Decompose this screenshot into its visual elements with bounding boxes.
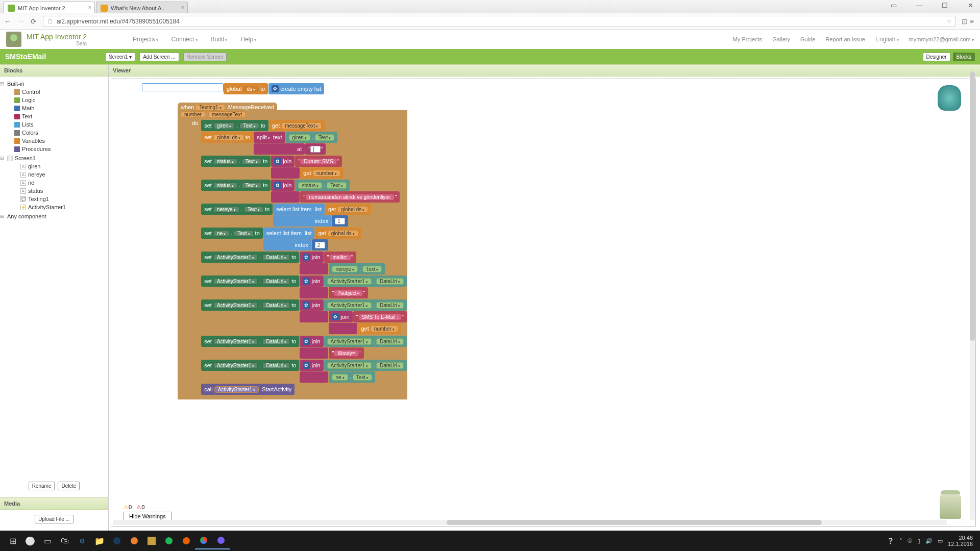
browser-tab-strip: MIT App Inventor 2 × What's New About A.… <box>0 0 980 13</box>
taskbar: ⊞ ⚪ ▭ 🛍 e 📁 ❔ ˄ ⓧ ▯ 🔊 ▭ 20:4612.1.2016 <box>0 531 980 551</box>
upload-button[interactable]: Upload File ... <box>35 515 74 523</box>
firefox-icon[interactable] <box>178 532 195 549</box>
window-controls: ▭ — ☐ ✕ <box>886 2 978 9</box>
app-header: MIT App Inventor 2 Beta Projects Connect… <box>0 30 980 49</box>
link-report[interactable]: Report an Issue <box>825 36 865 42</box>
menu-account[interactable]: mymmym22@gmail.com <box>909 36 974 42</box>
horizontal-scrollbar[interactable] <box>113 520 947 525</box>
block-event-wrap[interactable]: when Texting1 .MessageReceived number me… <box>178 99 407 399</box>
translate-icon[interactable]: ⊡ <box>962 17 968 26</box>
block-set-giren[interactable]: set giren . Text to get messageText <box>201 120 407 131</box>
side-panel: Blocks ⊟Built-in ControlLogicMathTextLis… <box>0 64 109 531</box>
add-screen-button[interactable]: Add Screen ... <box>139 53 179 61</box>
link-gallery[interactable]: Gallery <box>772 36 790 42</box>
block-set-datauri-5[interactable]: set ActivityStarter1 . DataUri to ✿join … <box>201 360 407 383</box>
tree-item-giren[interactable]: Agiren <box>5 162 103 170</box>
tree-item-variables[interactable]: Variables <box>5 137 103 145</box>
tree-item-logic[interactable]: Logic <box>5 96 103 104</box>
block-set-nereye[interactable]: set nereye . Text to select list item li… <box>201 204 407 227</box>
block-set-datauri-2[interactable]: set ActivityStarter1 . DataUri to ✿join … <box>201 276 407 299</box>
tree-item-colors[interactable]: Colors <box>5 129 103 137</box>
maximize-icon[interactable]: ☐ <box>937 2 952 9</box>
tree-item-text[interactable]: Text <box>5 112 103 120</box>
viber-icon[interactable] <box>212 532 230 549</box>
tree-item-status[interactable]: Astatus <box>5 187 103 195</box>
tray-lang-icon[interactable]: ⓧ <box>908 538 912 544</box>
tree-item-control[interactable]: Control <box>5 88 103 96</box>
viewer-panel: Viewer global ds to ✿create empty list w… <box>109 64 980 531</box>
menu-icon[interactable]: ≡ <box>970 17 974 26</box>
search-icon[interactable]: ⚪ <box>21 532 39 549</box>
block-set-status-2[interactable]: set status . Text to ✿join status . Text… <box>201 180 407 203</box>
start-icon[interactable]: ⊞ <box>4 532 21 549</box>
reload-icon[interactable]: ⟳ <box>31 17 37 26</box>
chrome-icon[interactable] <box>195 532 212 549</box>
tray-chevron-icon[interactable]: ˄ <box>899 538 902 544</box>
bookmark-icon[interactable]: ☆ <box>946 18 952 25</box>
tree-item-lists[interactable]: Lists <box>5 120 103 129</box>
app-icon-2[interactable] <box>143 532 160 549</box>
minimize-icon[interactable]: — <box>912 2 927 9</box>
designer-button[interactable]: Designer <box>923 53 950 61</box>
back-icon[interactable]: ← <box>4 17 11 26</box>
do-label: do <box>189 120 201 395</box>
close-icon[interactable]: × <box>88 4 91 10</box>
steam-icon[interactable] <box>108 532 126 549</box>
url-text: ai2.appinventor.mit.edu/#475389055100518… <box>57 18 180 25</box>
explorer-icon[interactable]: 📁 <box>91 532 108 549</box>
tree-item-ne[interactable]: Ane <box>5 179 103 187</box>
tree-screen[interactable]: ⊟Screen1 <box>5 154 103 162</box>
edge-icon[interactable]: e <box>74 532 91 549</box>
tray-notify-icon[interactable]: ▭ <box>938 538 943 544</box>
tree-item-math[interactable]: Math <box>5 104 103 112</box>
spotify-icon[interactable] <box>160 532 178 549</box>
link-guide[interactable]: Guide <box>800 36 815 42</box>
app-menu: Projects Connect Build Help <box>133 36 256 43</box>
blocks-button[interactable]: Blocks <box>953 53 975 61</box>
menu-build[interactable]: Build <box>211 36 228 43</box>
tree-item-activitystarter1[interactable]: ⚡ActivityStarter1 <box>5 203 103 211</box>
url-input[interactable]: 🗋 ai2.appinventor.mit.edu/#4753890551005… <box>43 16 955 27</box>
block-set-global-ds[interactable]: set global ds to split text giren . Text… <box>201 132 407 155</box>
forward-icon[interactable]: → <box>17 17 24 26</box>
taskbar-clock[interactable]: 20:4612.1.2016 <box>948 535 976 547</box>
user-icon[interactable]: ▭ <box>886 2 901 9</box>
block-set-status-1[interactable]: set status . Text to ✿join "Durum: SMS "… <box>201 156 407 179</box>
vertical-scrollbar[interactable] <box>970 71 975 520</box>
block-set-datauri-3[interactable]: set ActivityStarter1 . DataUri to ✿join … <box>201 299 407 335</box>
close-window-icon[interactable]: ✕ <box>963 2 978 9</box>
remove-screen-button[interactable]: Remove Screen <box>183 53 227 61</box>
taskview-icon[interactable]: ▭ <box>39 532 56 549</box>
store-icon[interactable]: 🛍 <box>56 532 74 549</box>
blocks-tree: ⊟Built-in ControlLogicMathTextListsColor… <box>0 77 108 477</box>
menu-connect[interactable]: Connect <box>172 36 198 43</box>
block-init-global[interactable]: global ds to ✿create empty list <box>142 83 407 94</box>
block-set-datauri-4[interactable]: set ActivityStarter1 . DataUri to ✿join … <box>201 336 407 359</box>
menu-projects[interactable]: Projects <box>133 36 158 43</box>
tree-item-nereye[interactable]: Anereye <box>5 170 103 179</box>
blocks-canvas[interactable]: global ds to ✿create empty list when Tex… <box>111 79 976 527</box>
screen-dropdown[interactable]: Screen1 ▾ <box>105 53 135 61</box>
tree-any[interactable]: ⊞Any component <box>5 212 103 220</box>
menu-help[interactable]: Help <box>240 36 256 43</box>
tree-builtin[interactable]: ⊟Built-in <box>5 80 103 88</box>
rename-button[interactable]: Rename <box>29 482 55 490</box>
help-icon[interactable]: ❔ <box>887 538 894 544</box>
block-set-ne[interactable]: set ne . Text to select list item list g… <box>201 228 407 251</box>
backpack-icon[interactable] <box>938 85 961 111</box>
browser-tab-inactive[interactable]: What's New About A.. × <box>96 2 188 13</box>
block-set-datauri-1[interactable]: set ActivityStarter1 . DataUri to ✿join … <box>201 252 407 275</box>
trash-icon[interactable] <box>940 494 961 519</box>
tree-item-texting1[interactable]: 💬Texting1 <box>5 195 103 203</box>
browser-tab-active[interactable]: MIT App Inventor 2 × <box>3 2 95 13</box>
close-icon[interactable]: × <box>181 4 184 10</box>
tray-volume-icon[interactable]: 🔊 <box>925 538 933 544</box>
link-myprojects[interactable]: My Projects <box>733 36 762 42</box>
menu-language[interactable]: English <box>875 36 899 43</box>
delete-button[interactable]: Delete <box>58 482 80 490</box>
tree-item-procedures[interactable]: Procedures <box>5 145 103 153</box>
tree-buttons: Rename Delete <box>0 477 108 497</box>
app-icon-1[interactable] <box>126 532 143 549</box>
block-call-activity[interactable]: call ActivityStarter1 .StartActivity <box>201 384 407 395</box>
tray-network-icon[interactable]: ▯ <box>917 538 920 544</box>
